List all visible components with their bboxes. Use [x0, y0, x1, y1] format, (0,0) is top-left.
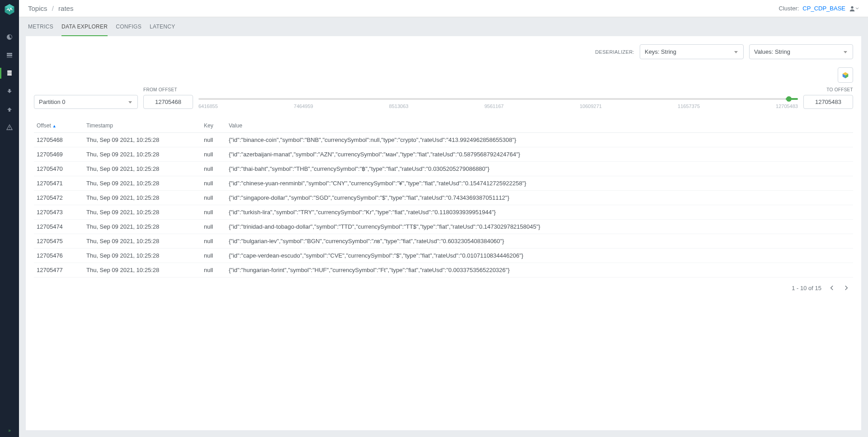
cell-value: {"id":"binance-coin","symbol":"BNB","cur… [226, 133, 853, 147]
cell-value: {"id":"hungarian-forint","symbol":"HUF",… [226, 263, 853, 277]
cell-timestamp: Thu, Sep 09 2021, 10:25:28 [84, 176, 201, 191]
sidebar-item-topics[interactable] [0, 64, 19, 82]
table-row[interactable]: 12705476Thu, Sep 09 2021, 10:25:28null{"… [34, 249, 853, 263]
col-header-key[interactable]: Key [201, 119, 226, 133]
sidebar-item-alerts[interactable] [0, 118, 19, 136]
cell-timestamp: Thu, Sep 09 2021, 10:25:28 [84, 234, 201, 249]
cell-offset: 12705472 [34, 191, 84, 205]
cell-value: {"id":"singapore-dollar","symbol":"SGD",… [226, 191, 853, 205]
pagination: 1 - 10 of 15 [34, 277, 853, 294]
cell-key: null [201, 147, 226, 162]
table-row[interactable]: 12705472Thu, Sep 09 2021, 10:25:28null{"… [34, 191, 853, 205]
cell-timestamp: Thu, Sep 09 2021, 10:25:28 [84, 147, 201, 162]
cell-key: null [201, 191, 226, 205]
tabs: METRICS DATA EXPLORER CONFIGS LATENCY [19, 17, 868, 36]
partition-select[interactable]: Partition 0 [34, 95, 138, 109]
cell-offset: 12705474 [34, 220, 84, 234]
pagination-prev[interactable] [828, 284, 836, 292]
cell-timestamp: Thu, Sep 09 2021, 10:25:28 [84, 133, 201, 147]
from-offset-label: FROM OFFSET [143, 87, 193, 92]
cell-offset: 12705473 [34, 205, 84, 220]
cell-value: {"id":"cape-verdean-escudo","symbol":"CV… [226, 249, 853, 263]
deserializer-values-select[interactable]: Values: String [749, 44, 853, 59]
sidebar-item-import[interactable] [0, 100, 19, 118]
cell-timestamp: Thu, Sep 09 2021, 10:25:28 [84, 205, 201, 220]
cell-key: null [201, 162, 226, 176]
col-header-timestamp[interactable]: Timestamp [84, 119, 201, 133]
table-row[interactable]: 12705470Thu, Sep 09 2021, 10:25:28null{"… [34, 162, 853, 176]
tab-metrics[interactable]: METRICS [28, 17, 53, 36]
cluster-name[interactable]: CP_CDP_BASE [802, 5, 845, 12]
content: DESERIALIZER: Keys: String Values: Strin… [26, 36, 861, 430]
breadcrumb-separator: / [52, 5, 54, 12]
cell-offset: 12705476 [34, 249, 84, 263]
table-row[interactable]: 12705468Thu, Sep 09 2021, 10:25:28null{"… [34, 133, 853, 147]
cell-value: {"id":"chinese-yuan-renminbi","symbol":"… [226, 176, 853, 191]
cell-value: {"id":"thai-baht","symbol":"THB","curren… [226, 162, 853, 176]
cell-key: null [201, 263, 226, 277]
deserializer-keys-select[interactable]: Keys: String [640, 44, 744, 59]
cell-key: null [201, 176, 226, 191]
tab-data-explorer[interactable]: DATA EXPLORER [61, 17, 108, 36]
cell-offset: 12705471 [34, 176, 84, 191]
col-header-offset[interactable]: Offset▲ [34, 119, 84, 133]
from-offset-input[interactable] [143, 95, 193, 109]
slider-ticks: 6416855 7464959 8513063 9561167 10609271… [198, 103, 798, 109]
breadcrumb: Topics / rates [28, 5, 73, 12]
messages-table: Offset▲ Timestamp Key Value 12705468Thu,… [34, 119, 853, 277]
pagination-text: 1 - 10 of 15 [792, 285, 821, 291]
cell-offset: 12705470 [34, 162, 84, 176]
offset-slider[interactable]: 6416855 7464959 8513063 9561167 10609271… [198, 93, 798, 109]
cell-timestamp: Thu, Sep 09 2021, 10:25:28 [84, 220, 201, 234]
cell-key: null [201, 205, 226, 220]
table-row[interactable]: 12705469Thu, Sep 09 2021, 10:25:28null{"… [34, 147, 853, 162]
cell-timestamp: Thu, Sep 09 2021, 10:25:28 [84, 191, 201, 205]
cell-value: {"id":"azerbaijani-manat","symbol":"AZN"… [226, 147, 853, 162]
svg-point-5 [851, 6, 853, 8]
table-row[interactable]: 12705474Thu, Sep 09 2021, 10:25:28null{"… [34, 220, 853, 234]
cell-key: null [201, 133, 226, 147]
svg-rect-2 [7, 53, 12, 54]
cell-offset: 12705469 [34, 147, 84, 162]
logo [0, 0, 19, 19]
breadcrumb-root[interactable]: Topics [28, 5, 47, 12]
table-row[interactable]: 12705477Thu, Sep 09 2021, 10:25:28null{"… [34, 263, 853, 277]
cluster-info: Cluster: CP_CDP_BASE [779, 5, 859, 12]
cell-value: {"id":"bulgarian-lev","symbol":"BGN","cu… [226, 234, 853, 249]
to-offset-label: TO OFFSET [803, 87, 853, 92]
deserializer-label: DESERIALIZER: [595, 49, 634, 55]
pagination-next[interactable] [842, 284, 850, 292]
tab-configs[interactable]: CONFIGS [116, 17, 142, 36]
sidebar-item-servers[interactable] [0, 46, 19, 64]
table-row[interactable]: 12705471Thu, Sep 09 2021, 10:25:28null{"… [34, 176, 853, 191]
cell-key: null [201, 234, 226, 249]
cell-offset: 12705475 [34, 234, 84, 249]
cell-offset: 12705468 [34, 133, 84, 147]
cell-value: {"id":"trinidad-and-tobago-dollar","symb… [226, 220, 853, 234]
sidebar-footer-toggle[interactable]: » [0, 423, 19, 437]
breadcrumb-current: rates [58, 5, 73, 12]
cube-button[interactable] [838, 67, 853, 83]
cell-timestamp: Thu, Sep 09 2021, 10:25:28 [84, 162, 201, 176]
cell-value: {"id":"turkish-lira","symbol":"TRY","cur… [226, 205, 853, 220]
svg-rect-4 [7, 56, 12, 58]
cell-timestamp: Thu, Sep 09 2021, 10:25:28 [84, 249, 201, 263]
sidebar: » [0, 0, 19, 437]
table-row[interactable]: 12705473Thu, Sep 09 2021, 10:25:28null{"… [34, 205, 853, 220]
sort-asc-icon: ▲ [52, 124, 57, 128]
cell-offset: 12705477 [34, 263, 84, 277]
cell-timestamp: Thu, Sep 09 2021, 10:25:28 [84, 263, 201, 277]
sidebar-item-export[interactable] [0, 82, 19, 100]
cluster-label: Cluster: [779, 5, 799, 12]
table-row[interactable]: 12705475Thu, Sep 09 2021, 10:25:28null{"… [34, 234, 853, 249]
cell-key: null [201, 220, 226, 234]
tab-latency[interactable]: LATENCY [150, 17, 175, 36]
col-header-value[interactable]: Value [226, 119, 853, 133]
user-menu[interactable] [849, 5, 859, 12]
sidebar-item-dashboard[interactable] [0, 28, 19, 46]
to-offset-input[interactable] [803, 95, 853, 109]
header: Topics / rates Cluster: CP_CDP_BASE [19, 0, 868, 17]
svg-rect-3 [7, 55, 12, 56]
cell-key: null [201, 249, 226, 263]
